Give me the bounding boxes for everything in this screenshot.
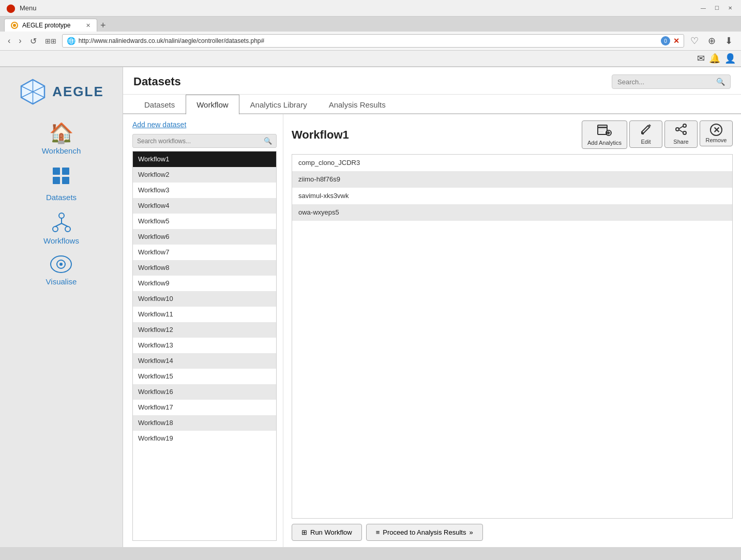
logo-hex-icon: [19, 78, 47, 106]
browser-chrome: ⬤ Menu — ☐ ✕ AEGLE prototype ✕ + ‹ › ↺ ⊞…: [0, 0, 741, 67]
new-tab-button[interactable]: +: [100, 21, 106, 30]
search-icon: 🔍: [716, 78, 725, 86]
app-layout: AEGLE 🏠 Workbench Datasets: [0, 67, 741, 547]
search-workflows-icon: 🔍: [264, 137, 272, 145]
maximize-button[interactable]: ☐: [712, 4, 721, 13]
svg-rect-4: [53, 168, 60, 175]
user-button[interactable]: 👤: [724, 53, 736, 64]
address-input[interactable]: [79, 37, 658, 44]
proceed-button[interactable]: ≡ Proceed to Analysis Results »: [366, 524, 483, 541]
browser-tab[interactable]: AEGLE prototype ✕: [4, 19, 97, 32]
sidebar-item-label-visualise: Visualise: [46, 277, 77, 286]
menu-label: Menu: [20, 4, 699, 12]
edit-label: Edit: [641, 139, 651, 145]
workflows-icon: [51, 212, 72, 234]
close-button[interactable]: ✕: [725, 4, 735, 13]
favorites-button[interactable]: ♡: [687, 34, 702, 48]
extensions-button[interactable]: ⊕: [705, 34, 719, 48]
share-button[interactable]: Share: [664, 120, 698, 148]
workflow-list-item[interactable]: Workflow15: [133, 369, 276, 384]
run-label: Run Workflow: [310, 528, 352, 536]
browser-titlebar: ⬤ Menu — ☐ ✕: [0, 0, 741, 17]
visualise-icon: [50, 255, 72, 275]
remove-label: Remove: [706, 137, 727, 143]
mail-button[interactable]: ✉: [697, 53, 705, 64]
edit-icon: [640, 124, 652, 138]
sidebar-item-workbench[interactable]: 🏠 Workbench: [42, 122, 81, 155]
tabs-bar: Datasets Workflow Analytics Library Anal…: [123, 95, 741, 114]
right-panel: Workflow1: [283, 114, 741, 547]
dataset-item: comp_clono_JCDR3: [292, 155, 732, 171]
proceed-arrow-icon: »: [469, 528, 473, 536]
svg-line-13: [62, 223, 68, 226]
back-button[interactable]: ‹: [5, 35, 13, 47]
edit-button[interactable]: Edit: [629, 120, 662, 148]
workflow-list-item[interactable]: Workflow17: [133, 400, 276, 415]
browser-toolbar: ✉ 🔔 👤: [0, 51, 741, 67]
workflow-list-item[interactable]: Workflow11: [133, 307, 276, 322]
tab-workflow[interactable]: Workflow: [186, 95, 239, 114]
notifications-button[interactable]: 🔔: [709, 53, 720, 64]
workflow-list-item[interactable]: Workflow5: [133, 214, 276, 229]
search-input[interactable]: [617, 78, 713, 86]
run-icon: ⊞: [301, 528, 307, 536]
remove-button[interactable]: ✕ Remove: [700, 120, 733, 146]
dataset-item: savimul-xks3vwk: [292, 188, 732, 204]
search-bar[interactable]: 🔍: [612, 74, 731, 89]
refresh-button[interactable]: ↺: [27, 35, 39, 47]
workflow-list-item[interactable]: Workflow13: [133, 338, 276, 353]
svg-point-27: [676, 128, 679, 131]
page-title: Datasets: [133, 75, 181, 88]
workflow-list-item[interactable]: Workflow9: [133, 276, 276, 291]
tab-favicon: [11, 22, 18, 29]
tab-results[interactable]: Analysis Results: [318, 95, 397, 114]
workflow-list-item[interactable]: Workflow3: [133, 183, 276, 198]
sidebar-item-label-workflows: Workflows: [43, 236, 79, 245]
search-workflows-input[interactable]: [137, 138, 261, 145]
left-panel: Add new dataset 🔍 Workflow1Workflow2Work…: [123, 114, 283, 547]
search-workflows-bar[interactable]: 🔍: [132, 134, 277, 148]
address-bar[interactable]: 🌐 0 ✕: [62, 34, 684, 48]
grid-button[interactable]: ⊞⊞: [42, 36, 59, 46]
add-analytics-button[interactable]: Add Analytics: [582, 120, 627, 149]
sidebar-item-label-workbench: Workbench: [42, 146, 81, 155]
workflow-list-item[interactable]: Workflow12: [133, 322, 276, 338]
svg-point-26: [683, 124, 686, 127]
opera-icon: ⬤: [6, 3, 16, 13]
workflow-list-item[interactable]: Workflow7: [133, 245, 276, 260]
tab-datasets[interactable]: Datasets: [133, 95, 186, 114]
tab-close-button[interactable]: ✕: [86, 22, 90, 29]
bottom-buttons: ⊞ Run Workflow ≡ Proceed to Analysis Res…: [292, 524, 733, 541]
action-buttons: Add Analytics Edit: [582, 120, 733, 149]
sidebar-item-label-datasets: Datasets: [46, 193, 77, 202]
sidebar-item-datasets[interactable]: Datasets: [46, 165, 77, 202]
workflow-list-item[interactable]: Workflow8: [133, 260, 276, 276]
forward-button[interactable]: ›: [16, 35, 24, 47]
minimize-button[interactable]: —: [699, 4, 708, 13]
run-workflow-button[interactable]: ⊞ Run Workflow: [292, 524, 362, 541]
workflow-list-item[interactable]: Workflow6: [133, 229, 276, 245]
workflow-list-item[interactable]: Workflow16: [133, 384, 276, 400]
download-button[interactable]: ⬇: [722, 34, 736, 48]
workflow-title: Workflow1: [292, 128, 349, 142]
workflow-list-item[interactable]: Workflow4: [133, 198, 276, 214]
add-analytics-label: Add Analytics: [587, 140, 622, 146]
content-area: Add new dataset 🔍 Workflow1Workflow2Work…: [123, 114, 741, 547]
workflow-list-item[interactable]: Workflow19: [133, 431, 276, 446]
svg-point-9: [53, 226, 58, 232]
sidebar-item-workflows[interactable]: Workflows: [43, 212, 79, 245]
workflow-list-item[interactable]: Workflow18: [133, 415, 276, 431]
workflow-list-item[interactable]: Workflow10: [133, 291, 276, 307]
workflow-list: Workflow1Workflow2Workflow3Workflow4Work…: [132, 151, 277, 541]
svg-line-12: [55, 223, 62, 226]
sidebar-item-visualise[interactable]: Visualise: [46, 255, 77, 286]
tab-analytics[interactable]: Analytics Library: [239, 95, 318, 114]
workflow-list-item[interactable]: Workflow1: [133, 152, 276, 167]
svg-rect-6: [53, 177, 60, 184]
clear-address-icon[interactable]: ✕: [673, 37, 679, 45]
workflow-list-item[interactable]: Workflow2: [133, 167, 276, 183]
browser-tabbar: AEGLE prototype ✕ +: [0, 17, 741, 32]
add-dataset-link[interactable]: Add new dataset: [132, 120, 277, 129]
workflow-list-item[interactable]: Workflow14: [133, 353, 276, 369]
window-controls: — ☐ ✕: [699, 4, 735, 13]
